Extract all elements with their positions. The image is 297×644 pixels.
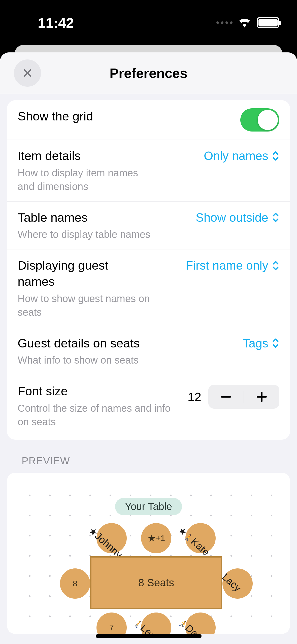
chevron-updown-icon <box>272 260 279 271</box>
font-size-increase[interactable] <box>244 385 279 409</box>
seat-plus-one: ★+1 <box>141 523 171 553</box>
row-title: Item details <box>18 148 194 164</box>
font-size-decrease[interactable] <box>208 385 244 409</box>
row-sub: How to show guest names on seats <box>18 292 156 319</box>
close-icon <box>22 68 33 78</box>
preferences-sheet: Preferences Show the grid Item details H… <box>0 52 297 644</box>
preview-table: 8 Seats <box>90 556 222 609</box>
select-value: Tags <box>243 336 268 350</box>
close-button[interactable] <box>14 59 41 87</box>
row-sub: What info to show on seats <box>18 353 156 367</box>
status-bar: 11:42 <box>0 0 297 45</box>
svg-rect-0 <box>221 396 231 398</box>
settings-card: Show the grid Item details How to displa… <box>7 100 290 440</box>
row-guest-details: Guest details on seats What info to show… <box>7 327 290 375</box>
table-names-select[interactable]: Show outside <box>196 210 279 224</box>
preview-card: Your Table ★Johnny ★+1 ★🚶Kate 8 Lacy 8 S… <box>7 473 290 634</box>
show-grid-toggle[interactable] <box>240 108 279 132</box>
row-title: Table names <box>18 210 186 226</box>
row-table-names: Table names Where to display table names… <box>7 202 290 250</box>
guest-names-select[interactable]: First name only <box>186 257 279 272</box>
row-font-size: Font size Control the size of names and … <box>7 375 290 440</box>
row-show-grid: Show the grid <box>7 100 290 140</box>
select-value: Only names <box>204 149 268 163</box>
select-value: Show outside <box>196 211 268 224</box>
sheet-header: Preferences <box>0 52 297 94</box>
status-time: 11:42 <box>38 15 74 31</box>
item-details-select[interactable]: Only names <box>204 148 279 163</box>
row-sub: Control the size of names and info on se… <box>18 401 177 429</box>
row-title: Show the grid <box>18 108 230 124</box>
page-title: Preferences <box>110 65 187 81</box>
row-title: Displaying guest names <box>18 257 108 289</box>
wifi-icon <box>238 17 252 28</box>
battery-icon <box>257 17 279 28</box>
plus-icon <box>257 392 267 402</box>
svg-rect-2 <box>261 392 262 402</box>
font-size-value: 12 <box>187 390 201 404</box>
row-item-details: Item details How to display item names a… <box>7 140 290 202</box>
chevron-updown-icon <box>272 212 279 223</box>
row-guest-names: Displaying guest names How to show guest… <box>7 249 290 327</box>
chevron-updown-icon <box>272 151 279 161</box>
minus-icon <box>221 396 231 398</box>
cellular-icon <box>216 21 233 24</box>
seat-label-plus-one: +1 <box>156 534 165 543</box>
home-indicator[interactable] <box>96 634 202 638</box>
seat-8: 8 <box>60 568 90 599</box>
row-sub: Where to display table names <box>18 228 156 241</box>
status-icons <box>216 17 279 28</box>
row-title: Guest details on seats <box>18 335 233 351</box>
select-value: First name only <box>186 259 268 272</box>
preview-section-label: PREVIEW <box>7 440 290 473</box>
font-size-stepper <box>208 385 279 409</box>
preview-table-name: Your Table <box>115 498 182 515</box>
guest-details-select[interactable]: Tags <box>243 335 279 350</box>
row-sub: How to display item names and dimensions <box>18 166 156 193</box>
row-title: Font size <box>18 383 177 399</box>
star-icon: ★ <box>147 533 156 544</box>
chevron-updown-icon <box>272 338 279 348</box>
